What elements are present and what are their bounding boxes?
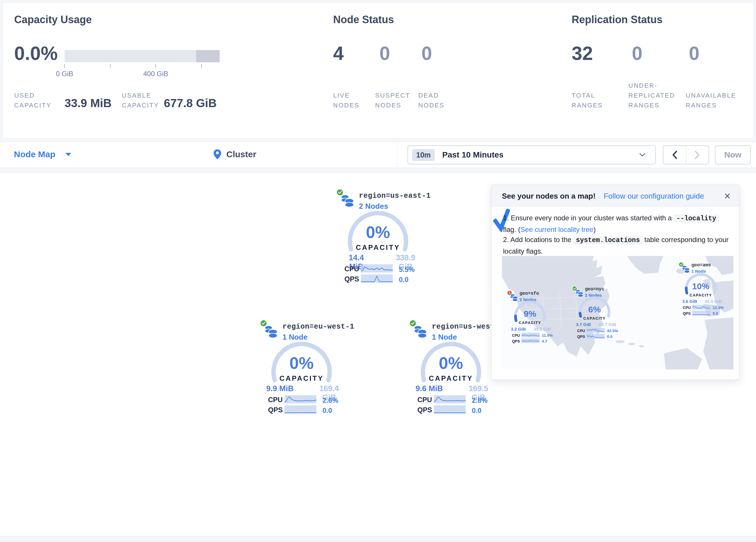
time-range-dropdown[interactable]: 10m Past 10 Minutes bbox=[408, 145, 656, 164]
live-nodes-count: 4 bbox=[333, 43, 344, 63]
cpu-label: CPU bbox=[268, 396, 283, 404]
step-text: Add locations to the bbox=[510, 236, 573, 243]
step-number: 1. bbox=[503, 214, 509, 222]
capacity-usage-percent: 0.0% bbox=[14, 43, 58, 63]
qps-sparkline bbox=[587, 334, 605, 339]
cpu-sparkline bbox=[522, 333, 540, 337]
total-ranges-label: TOTAL RANGES bbox=[572, 91, 609, 110]
qps-sparkline bbox=[522, 339, 540, 343]
qps-sparkline bbox=[361, 275, 393, 283]
gauge-capacity-label: CAPACITY bbox=[267, 374, 336, 383]
system-locations-code: system.locations bbox=[573, 236, 643, 244]
qps-value: 0.0 bbox=[322, 407, 332, 415]
capacity-axis-label-400: 400 GiB bbox=[133, 70, 179, 78]
cpu-label: CPU bbox=[344, 265, 359, 273]
time-step-forward-button[interactable] bbox=[686, 146, 709, 164]
configuration-guide-link[interactable]: Follow our configuration guide bbox=[604, 192, 704, 201]
cpu-sparkline bbox=[361, 264, 393, 273]
gauge-capacity-label: CAPACITY bbox=[683, 293, 718, 297]
region-total-capacity: 35.1 GiB bbox=[532, 327, 551, 332]
setup-step-1: 1. Ensure every node in your cluster was… bbox=[503, 212, 729, 235]
used-capacity-label: USED CAPACITY bbox=[14, 91, 58, 110]
qps-label: QPS bbox=[344, 275, 359, 283]
cpu-sparkline bbox=[692, 305, 710, 310]
cluster-summary-panel: Capacity Usage 0.0% 0 GiB 400 GiB USED C… bbox=[2, 2, 754, 138]
axis-tick bbox=[155, 64, 156, 68]
under-replicated-count: 0 bbox=[632, 43, 643, 63]
cpu-value: 42.5% bbox=[607, 329, 618, 333]
used-capacity-value: 33.9 MiB bbox=[65, 97, 111, 110]
live-nodes-label: LIVE NODES bbox=[333, 91, 365, 110]
setup-step-2: 2. Add locations to the system.locations… bbox=[503, 234, 729, 256]
cpu-label: CPU bbox=[417, 396, 432, 404]
suspect-nodes-count: 0 bbox=[379, 43, 390, 63]
qps-value: 4.7 bbox=[542, 339, 547, 344]
time-range-label: Past 10 Minutes bbox=[442, 150, 504, 159]
close-icon[interactable]: × bbox=[724, 190, 731, 202]
qps-sparkline bbox=[285, 405, 316, 414]
qps-label: QPS bbox=[512, 339, 520, 344]
gauge-capacity-label: CAPACITY bbox=[577, 316, 612, 321]
qps-label: QPS bbox=[417, 406, 432, 414]
capacity-bar-reserved-segment bbox=[196, 50, 220, 62]
dead-nodes-label: DEAD NODES bbox=[418, 91, 450, 110]
cpu-value: 11.0% bbox=[542, 333, 553, 338]
capacity-axis-label-0: 0 GiB bbox=[47, 70, 82, 78]
cpu-sparkline bbox=[434, 395, 466, 403]
node-status-title: Node Status bbox=[333, 14, 394, 26]
replication-status-title: Replication Status bbox=[572, 14, 663, 26]
step-number: 2. bbox=[503, 236, 509, 243]
gauge-percent: 9% bbox=[513, 309, 547, 319]
qps-value: 0.0 bbox=[472, 407, 481, 415]
step-text: ) bbox=[593, 225, 596, 233]
now-button[interactable]: Now bbox=[715, 145, 751, 164]
cpu-label: CPU bbox=[577, 329, 585, 333]
cpu-sparkline bbox=[587, 328, 605, 333]
gauge-percent: 0% bbox=[425, 354, 477, 372]
region-total-capacity: 34.4 GiB bbox=[703, 299, 722, 304]
region-used-capacity: 9.6 MiB bbox=[415, 384, 444, 393]
cpu-value: 5.5% bbox=[399, 265, 415, 274]
time-step-back-button[interactable] bbox=[663, 146, 686, 164]
time-step-buttons bbox=[663, 145, 709, 164]
view-selector-dropdown[interactable]: Node Map bbox=[14, 149, 71, 159]
step-text: flag. ( bbox=[503, 225, 520, 233]
chevron-left-icon bbox=[672, 150, 677, 159]
region-locality-label: geo=nyc bbox=[585, 287, 604, 292]
step-text: Ensure every node in your cluster was st… bbox=[511, 214, 674, 222]
cpu-value: 12.3% bbox=[713, 306, 724, 310]
cpu-value: 2.8% bbox=[472, 396, 488, 405]
view-selector-label: Node Map bbox=[14, 149, 55, 159]
qps-label: QPS bbox=[683, 311, 691, 316]
locality-tree-link[interactable]: See current locality tree bbox=[520, 225, 593, 233]
popup-title: See your nodes on a map! bbox=[502, 192, 596, 201]
region-locality-label: region=eu-west-1 bbox=[282, 323, 354, 331]
gauge-capacity-label: CAPACITY bbox=[343, 243, 413, 251]
popup-header: See your nodes on a map! Follow our conf… bbox=[491, 185, 739, 207]
qps-value: 0.0 bbox=[399, 276, 408, 284]
total-ranges-count: 32 bbox=[572, 43, 593, 63]
gauge-percent: 0% bbox=[352, 223, 404, 241]
unavailable-label: UNAVAILABLE RANGES bbox=[686, 91, 741, 110]
region-used-capacity: 3.6 GiB bbox=[682, 299, 697, 304]
usable-capacity-value: 677.8 GiB bbox=[164, 97, 216, 110]
chevron-down-icon bbox=[65, 152, 71, 156]
unavailable-count: 0 bbox=[689, 43, 700, 63]
breadcrumb[interactable]: Cluster bbox=[214, 149, 256, 159]
under-replicated-label: UNDER-REPLICATED RANGES bbox=[628, 81, 679, 110]
qps-label: QPS bbox=[577, 335, 585, 339]
qps-value: 0.0 bbox=[713, 311, 718, 316]
qps-sparkline bbox=[434, 405, 466, 414]
region-used-capacity: 3.7 GiB bbox=[576, 322, 591, 327]
region-total-capacity: 65.7 GiB bbox=[597, 322, 616, 327]
suspect-nodes-label: SUSPECT NODES bbox=[375, 91, 414, 110]
now-button-label: Now bbox=[724, 150, 741, 159]
cpu-label: CPU bbox=[512, 333, 520, 338]
region-locality-label: geo=sfo bbox=[520, 291, 539, 296]
axis-tick bbox=[201, 64, 202, 68]
region-used-capacity: 3.2 GiB bbox=[511, 327, 526, 332]
view-toolbar: Node Map Cluster 10m Past 10 Minutes bbox=[0, 142, 756, 168]
usable-capacity-label: USABLE CAPACITY bbox=[122, 91, 165, 110]
dead-nodes-count: 0 bbox=[421, 43, 432, 63]
gauge-percent: 10% bbox=[683, 282, 718, 291]
